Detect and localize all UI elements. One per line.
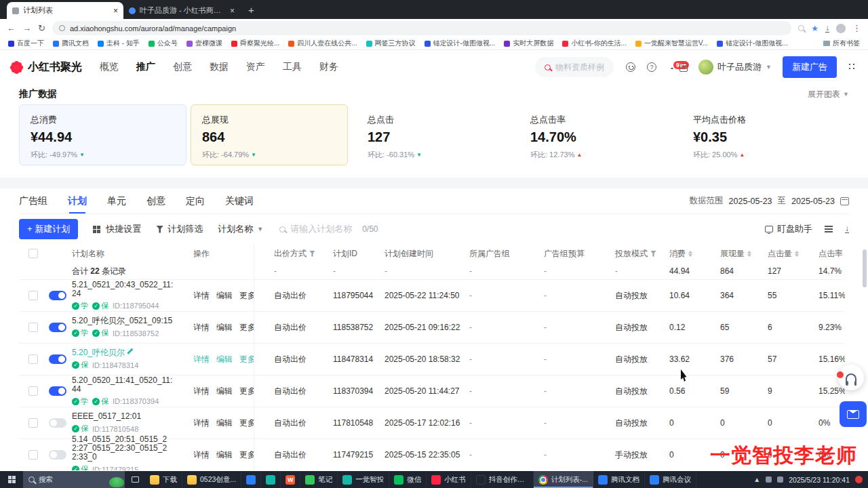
bookmark-item[interactable]: 舜察聚光绘... — [231, 39, 279, 48]
plan-name[interactable]: 5.21_0521_20:43_0522_11:24 — [72, 281, 174, 298]
taskbar-item-notes[interactable]: 笔记 — [300, 471, 338, 488]
plan-name[interactable]: EEEE_0517_12:01 — [72, 412, 141, 421]
feedback-smiley-icon[interactable] — [626, 62, 635, 72]
row-checkbox[interactable] — [28, 323, 38, 332]
main-nav-item[interactable]: 创意 — [173, 61, 192, 73]
zoom-icon[interactable] — [798, 25, 804, 31]
row-checkbox[interactable] — [28, 291, 38, 300]
op-link[interactable]: 更多 — [239, 386, 254, 397]
monitor-assistant-button[interactable]: 盯盘助手 — [765, 223, 812, 235]
main-nav-item[interactable]: 工具 — [283, 61, 302, 73]
taskbar-item-tencent-meeting[interactable]: 腾讯会议 — [645, 471, 696, 488]
row-checkbox[interactable] — [28, 450, 38, 460]
row-checkbox[interactable] — [28, 418, 38, 428]
quick-settings-button[interactable]: 快捷设置 — [93, 223, 141, 235]
op-link[interactable]: 详情 — [193, 322, 210, 333]
sort-icon[interactable] — [795, 251, 799, 257]
tray-icon[interactable] — [766, 476, 772, 483]
op-link[interactable]: 更多 — [239, 322, 254, 333]
op-link[interactable]: 详情 — [193, 354, 210, 365]
calendar-icon[interactable] — [840, 197, 849, 205]
plan-toggle[interactable] — [49, 450, 66, 460]
list-tab[interactable]: 关键词 — [225, 188, 254, 214]
list-tab[interactable]: 创意 — [146, 188, 165, 214]
main-nav-item[interactable]: 财务 — [319, 61, 338, 73]
download-icon[interactable]: ↓ — [825, 24, 829, 33]
new-ad-button[interactable]: 新建广告 — [783, 56, 837, 78]
export-download-icon[interactable]: ↓ — [845, 225, 849, 233]
customer-service-button[interactable] — [838, 365, 864, 390]
bookmark-item[interactable]: 公众号 — [149, 39, 178, 48]
edit-name-icon[interactable] — [127, 348, 134, 355]
bookmark-item[interactable]: 锚定设计-做图做视... — [425, 39, 496, 48]
sort-icon[interactable] — [688, 251, 692, 257]
menu-dots-icon[interactable]: ⋮ — [852, 24, 861, 33]
list-tab[interactable]: 广告组 — [19, 188, 47, 214]
start-button[interactable] — [0, 471, 23, 488]
main-nav-item[interactable]: 推广 — [136, 61, 155, 73]
bookmark-item[interactable]: 百度一下 — [8, 39, 44, 48]
main-nav-item[interactable]: 资产 — [246, 61, 265, 73]
stat-card[interactable]: 总展现 864 环比: -64.79% ▼ — [191, 104, 348, 165]
taskbar-item-downloads-window[interactable]: 下载 — [145, 471, 182, 488]
search-field-select[interactable]: 计划名称 ▼ — [218, 223, 263, 235]
help-icon[interactable]: ? — [647, 62, 656, 72]
tab-close-icon[interactable]: × — [113, 6, 118, 16]
account-menu[interactable]: 叶子品质游 ▼ — [698, 60, 772, 75]
bookmark-item[interactable]: 四川人壹在线公共... — [288, 39, 357, 48]
taskbar-item-wps[interactable]: W — [281, 471, 300, 488]
back-icon[interactable]: ← — [7, 24, 16, 33]
apps-grid-icon[interactable] — [848, 62, 857, 72]
row-checkbox[interactable] — [28, 386, 38, 396]
stat-card[interactable]: 平均点击价格 ¥0.35 环比: 25.00% ▲ — [673, 104, 836, 165]
browser-tab[interactable]: 叶子品质游 - 小红书商家... × — [123, 2, 240, 19]
row-checkbox[interactable] — [28, 354, 38, 364]
op-link[interactable]: 编辑 — [216, 418, 233, 429]
bookmark-item[interactable]: 一觉醒来智慧运营V... — [635, 39, 708, 48]
main-nav-item[interactable]: 数据 — [210, 61, 229, 73]
date-to[interactable]: 2025-05-23 — [791, 197, 835, 206]
message-button[interactable] — [840, 401, 867, 427]
op-link[interactable]: 详情 — [193, 449, 210, 461]
bookmark-item[interactable]: 圭科 - 知乎 — [98, 39, 140, 48]
new-tab-button[interactable]: + — [248, 4, 254, 16]
notification-badge[interactable] — [855, 476, 863, 483]
expand-chart-toggle[interactable]: 展开图表 ▼ — [808, 89, 849, 100]
forward-icon[interactable]: → — [22, 24, 31, 33]
browser-tab[interactable]: 计划列表 × — [7, 2, 123, 19]
select-all-checkbox[interactable] — [28, 249, 38, 258]
op-link[interactable]: 编辑 — [216, 322, 233, 333]
all-bookmarks[interactable]: 所有书签 — [823, 39, 860, 48]
list-tab[interactable]: 定向 — [186, 188, 205, 214]
bookmark-star-icon[interactable]: ★ — [811, 24, 818, 33]
op-link[interactable]: 更多 — [239, 418, 254, 429]
taskbar-item-yijue-zhitou[interactable]: 一觉智投 — [338, 471, 389, 488]
app-search-input[interactable]: 物料资质样例 — [535, 57, 614, 77]
taskbar-item-app-teal[interactable] — [261, 471, 281, 488]
url-input[interactable]: ad.xiaohongshu.com/aurora/ad/manage/camp… — [52, 21, 791, 35]
plan-toggle[interactable] — [49, 323, 66, 332]
filter-icon[interactable] — [650, 251, 656, 257]
refresh-icon[interactable]: ↻ — [38, 24, 45, 33]
sort-icon[interactable] — [747, 251, 751, 257]
column-settings-icon[interactable] — [825, 226, 833, 227]
brand[interactable]: 小红书聚光 — [11, 60, 82, 75]
op-link[interactable]: 编辑 — [216, 449, 233, 461]
plan-filter-button[interactable]: 计划筛选 — [156, 223, 203, 235]
bookmark-item[interactable]: 壹棵微课 — [186, 39, 222, 48]
site-info-icon[interactable] — [59, 25, 65, 31]
tab-close-icon[interactable]: × — [230, 6, 235, 16]
plan-name[interactable]: 5.14_0515_20:51_0515_22:27_0515_22:30_05… — [72, 435, 174, 462]
taskbar-item-app-blue[interactable] — [241, 471, 261, 488]
stat-card[interactable]: 总点击率 14.70% 环比: 12.73% ▲ — [511, 104, 673, 165]
taskbar-item-xiaohongshu[interactable]: 小红书 — [427, 471, 471, 488]
taskbar-clock[interactable]: 2025/5/23 11:20:41 — [789, 476, 850, 484]
plan-toggle[interactable] — [49, 354, 66, 364]
main-nav-item[interactable]: 概览 — [100, 61, 119, 73]
billing-card-icon[interactable] — [679, 63, 688, 72]
op-link[interactable]: 更多 — [239, 354, 254, 365]
op-link[interactable]: 详情 — [193, 386, 210, 397]
profile-icon[interactable] — [836, 24, 846, 33]
taskbar-item-chrome-plan-list[interactable]: 计划列表-... — [534, 471, 593, 488]
date-range[interactable]: 数据范围 2025-05-23 至 2025-05-23 — [690, 195, 849, 207]
